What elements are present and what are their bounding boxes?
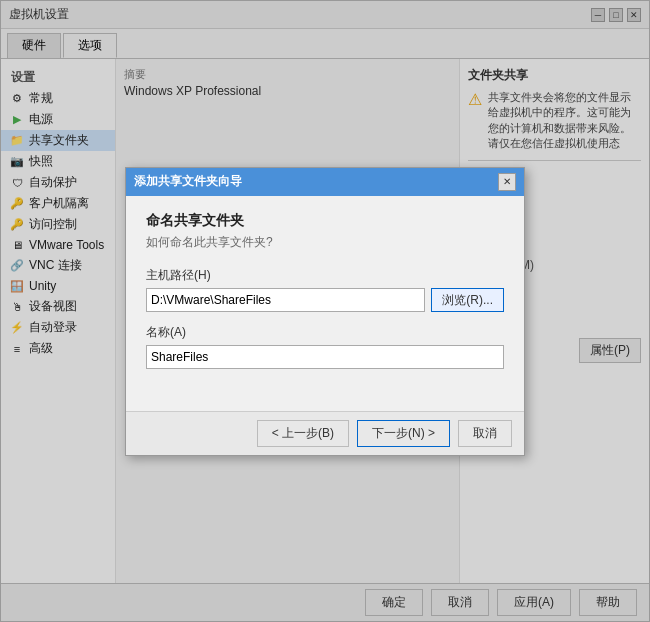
dialog-titlebar: 添加共享文件夹向导 ✕ [126,168,524,196]
name-input[interactable] [146,345,504,369]
name-label: 名称(A) [146,324,504,341]
dialog-cancel-button[interactable]: 取消 [458,420,512,447]
next-button[interactable]: 下一步(N) > [357,420,450,447]
main-window: 虚拟机设置 ─ □ ✕ 硬件 选项 设置 常规 电源 共享文件夹 [0,0,650,622]
dialog-body: 命名共享文件夹 如何命名此共享文件夹? 主机路径(H) 浏览(R)... 名称(… [126,196,524,411]
dialog-subheading: 如何命名此共享文件夹? [146,234,504,251]
dialog-heading: 命名共享文件夹 [146,212,504,230]
add-shared-folder-dialog: 添加共享文件夹向导 ✕ 命名共享文件夹 如何命名此共享文件夹? 主机路径(H) … [125,167,525,456]
dialog-footer: < 上一步(B) 下一步(N) > 取消 [126,411,524,455]
browse-button[interactable]: 浏览(R)... [431,288,504,312]
host-path-label: 主机路径(H) [146,267,504,284]
back-button[interactable]: < 上一步(B) [257,420,349,447]
host-path-input[interactable] [146,288,425,312]
dialog-title: 添加共享文件夹向导 [134,173,242,190]
dialog-overlay: 添加共享文件夹向导 ✕ 命名共享文件夹 如何命名此共享文件夹? 主机路径(H) … [1,1,649,621]
dialog-close-button[interactable]: ✕ [498,173,516,191]
host-path-row: 浏览(R)... [146,288,504,312]
